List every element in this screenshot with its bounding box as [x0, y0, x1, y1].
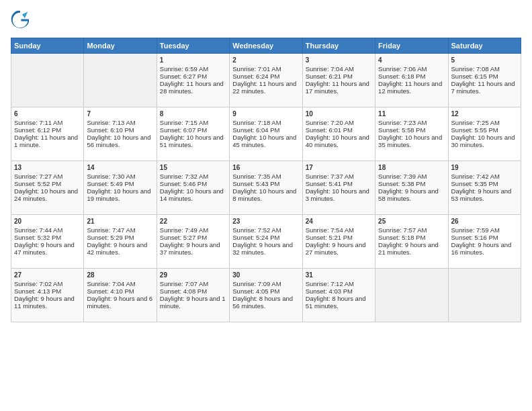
day-header-tuesday: Tuesday [157, 38, 229, 54]
sunrise-text: Sunrise: 7:52 AM [232, 226, 281, 234]
calendar-cell: 25 Sunrise: 7:57 AM Sunset: 5:18 PM Dayl… [375, 215, 448, 269]
day-number: 25 [378, 218, 445, 225]
daylight-text: Daylight: 10 hours and 19 minutes. [87, 187, 150, 202]
sunset-text: Sunset: 4:05 PM [232, 287, 279, 295]
sunset-text: Sunset: 5:58 PM [378, 126, 425, 134]
calendar-cell: 27 Sunrise: 7:02 AM Sunset: 4:13 PM Dayl… [11, 269, 84, 322]
calendar-cell: 10 Sunrise: 7:20 AM Sunset: 6:01 PM Dayl… [302, 107, 375, 161]
sunset-text: Sunset: 4:03 PM [306, 287, 353, 295]
daylight-text: Daylight: 9 hours and 11 minutes. [14, 295, 75, 310]
day-number: 31 [306, 271, 372, 279]
calendar-cell [448, 269, 521, 322]
day-number: 20 [14, 218, 81, 225]
day-header-thursday: Thursday [302, 38, 375, 54]
daylight-text: Daylight: 11 hours and 17 minutes. [306, 80, 369, 95]
daylight-text: Daylight: 9 hours and 53 minutes. [451, 187, 512, 202]
day-number: 24 [306, 218, 372, 225]
sunset-text: Sunset: 6:10 PM [87, 126, 134, 134]
day-number: 23 [232, 218, 299, 225]
calendar-cell: 8 Sunrise: 7:15 AM Sunset: 6:07 PM Dayli… [157, 107, 229, 161]
daylight-text: Daylight: 9 hours and 42 minutes. [87, 241, 147, 256]
daylight-text: Daylight: 8 hours and 51 minutes. [306, 295, 366, 310]
calendar-week-1: 1 Sunrise: 6:59 AM Sunset: 6:27 PM Dayli… [11, 54, 521, 107]
calendar-cell: 13 Sunrise: 7:27 AM Sunset: 5:52 PM Dayl… [11, 161, 84, 215]
sunset-text: Sunset: 6:07 PM [160, 126, 207, 134]
daylight-text: Daylight: 10 hours and 30 minutes. [451, 134, 515, 148]
daylight-text: Daylight: 9 hours and 37 minutes. [160, 241, 220, 256]
calendar-cell: 30 Sunrise: 7:09 AM Sunset: 4:05 PM Dayl… [230, 269, 302, 322]
sunrise-text: Sunrise: 7:12 AM [306, 280, 354, 287]
daylight-text: Daylight: 10 hours and 35 minutes. [378, 134, 442, 148]
sunrise-text: Sunrise: 7:07 AM [160, 280, 208, 287]
logo [11, 11, 32, 30]
day-number: 16 [232, 164, 299, 171]
daylight-text: Daylight: 9 hours and 16 minutes. [451, 241, 512, 256]
day-number: 18 [378, 164, 445, 171]
calendar-cell: 23 Sunrise: 7:52 AM Sunset: 5:24 PM Dayl… [230, 215, 302, 269]
calendar-cell: 22 Sunrise: 7:49 AM Sunset: 5:27 PM Dayl… [157, 215, 229, 269]
calendar-cell: 19 Sunrise: 7:42 AM Sunset: 5:35 PM Dayl… [448, 161, 521, 215]
daylight-text: Daylight: 9 hours and 21 minutes. [378, 241, 439, 256]
sunset-text: Sunset: 6:12 PM [14, 126, 61, 134]
day-header-saturday: Saturday [448, 38, 521, 54]
calendar-cell: 1 Sunrise: 6:59 AM Sunset: 6:27 PM Dayli… [157, 54, 229, 107]
day-number: 19 [451, 164, 518, 171]
calendar-cell: 15 Sunrise: 7:32 AM Sunset: 5:46 PM Dayl… [157, 161, 229, 215]
sunrise-text: Sunrise: 7:06 AM [378, 65, 427, 73]
day-number: 9 [232, 110, 299, 118]
sunrise-text: Sunrise: 7:08 AM [451, 65, 500, 73]
day-number: 1 [160, 56, 226, 64]
sunset-text: Sunset: 5:46 PM [160, 180, 207, 187]
sunrise-text: Sunrise: 7:25 AM [451, 119, 500, 126]
calendar-cell: 16 Sunrise: 7:35 AM Sunset: 5:43 PM Dayl… [230, 161, 302, 215]
daylight-text: Daylight: 11 hours and 1 minute. [14, 134, 78, 148]
calendar-cell: 20 Sunrise: 7:44 AM Sunset: 5:32 PM Dayl… [11, 215, 84, 269]
calendar-week-5: 27 Sunrise: 7:02 AM Sunset: 4:13 PM Dayl… [11, 269, 521, 322]
daylight-text: Daylight: 10 hours and 45 minutes. [232, 134, 296, 148]
sunrise-text: Sunrise: 7:32 AM [160, 173, 208, 180]
day-number: 22 [160, 218, 226, 225]
calendar-week-2: 6 Sunrise: 7:11 AM Sunset: 6:12 PM Dayli… [11, 107, 521, 161]
sunrise-text: Sunrise: 6:59 AM [160, 65, 208, 73]
day-number: 15 [160, 164, 226, 171]
sunset-text: Sunset: 5:41 PM [306, 180, 353, 187]
calendar-cell: 21 Sunrise: 7:47 AM Sunset: 5:29 PM Dayl… [84, 215, 157, 269]
sunrise-text: Sunrise: 7:47 AM [87, 226, 135, 234]
day-number: 21 [87, 218, 153, 225]
sunrise-text: Sunrise: 7:35 AM [232, 173, 281, 180]
sunrise-text: Sunrise: 7:27 AM [14, 173, 62, 180]
day-number: 28 [87, 271, 153, 279]
calendar-cell: 7 Sunrise: 7:13 AM Sunset: 6:10 PM Dayli… [84, 107, 157, 161]
day-number: 29 [160, 271, 226, 279]
sunrise-text: Sunrise: 7:13 AM [87, 119, 135, 126]
daylight-text: Daylight: 10 hours and 51 minutes. [160, 134, 224, 148]
page-header [11, 11, 521, 30]
sunset-text: Sunset: 5:49 PM [87, 180, 134, 187]
calendar-cell: 4 Sunrise: 7:06 AM Sunset: 6:18 PM Dayli… [375, 54, 448, 107]
day-number: 2 [232, 56, 299, 64]
calendar-cell [11, 54, 84, 107]
sunrise-text: Sunrise: 7:01 AM [232, 65, 281, 73]
calendar-cell: 18 Sunrise: 7:39 AM Sunset: 5:38 PM Dayl… [375, 161, 448, 215]
sunrise-text: Sunrise: 7:57 AM [378, 226, 427, 234]
calendar-cell: 17 Sunrise: 7:37 AM Sunset: 5:41 PM Dayl… [302, 161, 375, 215]
sunrise-text: Sunrise: 7:44 AM [14, 226, 62, 234]
daylight-text: Daylight: 10 hours and 56 minutes. [87, 134, 150, 148]
sunrise-text: Sunrise: 7:49 AM [160, 226, 208, 234]
sunrise-text: Sunrise: 7:59 AM [451, 226, 500, 234]
sunrise-text: Sunrise: 7:20 AM [306, 119, 354, 126]
calendar-cell: 14 Sunrise: 7:30 AM Sunset: 5:49 PM Dayl… [84, 161, 157, 215]
daylight-text: Daylight: 10 hours and 24 minutes. [14, 187, 78, 202]
sunset-text: Sunset: 5:24 PM [232, 234, 279, 241]
daylight-text: Daylight: 10 hours and 8 minutes. [232, 187, 296, 202]
day-number: 10 [306, 110, 372, 118]
calendar-cell: 29 Sunrise: 7:07 AM Sunset: 4:08 PM Dayl… [157, 269, 229, 322]
daylight-text: Daylight: 11 hours and 28 minutes. [160, 80, 224, 95]
sunset-text: Sunset: 4:10 PM [87, 287, 134, 295]
sunrise-text: Sunrise: 7:23 AM [378, 119, 427, 126]
sunset-text: Sunset: 5:27 PM [160, 234, 207, 241]
calendar-table: SundayMondayTuesdayWednesdayThursdayFrid… [11, 38, 521, 322]
day-number: 4 [378, 56, 445, 64]
sunset-text: Sunset: 5:29 PM [87, 234, 134, 241]
day-header-sunday: Sunday [11, 38, 84, 54]
